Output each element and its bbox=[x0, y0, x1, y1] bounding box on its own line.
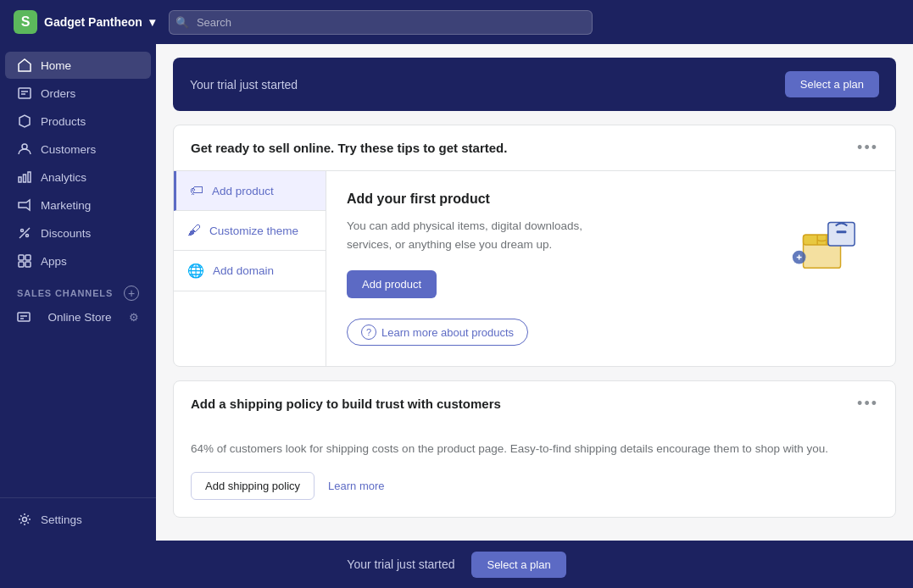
tip-nav-add-domain[interactable]: 🌐 Add domain bbox=[174, 251, 326, 291]
sidebar-nav: Home Orders Products bbox=[0, 44, 156, 336]
sidebar-item-apps-label: Apps bbox=[41, 255, 67, 268]
sidebar-item-online-store[interactable]: Online Store ⚙ bbox=[5, 305, 151, 329]
sidebar-item-home[interactable]: Home bbox=[5, 52, 151, 79]
svg-rect-7 bbox=[19, 255, 24, 260]
bottom-select-plan-button[interactable]: Select a plan bbox=[471, 552, 565, 578]
tips-illustration bbox=[773, 191, 875, 295]
add-sales-channel-button[interactable]: + bbox=[124, 286, 139, 301]
trial-banner-text: Your trial just started bbox=[190, 78, 298, 92]
orders-icon bbox=[17, 86, 32, 101]
svg-rect-15 bbox=[828, 223, 855, 246]
search-icon: 🔍 bbox=[175, 16, 189, 29]
bottom-trial-text: Your trial just started bbox=[347, 557, 454, 571]
shipping-actions: Add shipping policy Learn more bbox=[191, 472, 878, 500]
home-icon bbox=[17, 58, 32, 73]
sidebar-item-products[interactable]: Products bbox=[5, 108, 151, 135]
sidebar-item-apps[interactable]: Apps bbox=[5, 247, 151, 275]
customers-icon bbox=[17, 141, 32, 157]
tips-layout: 🏷 Add product 🖌 Customize theme 🌐 Add do… bbox=[174, 170, 895, 366]
apps-icon bbox=[17, 253, 32, 269]
marketing-icon bbox=[17, 197, 32, 213]
sidebar-item-analytics[interactable]: Analytics bbox=[5, 164, 151, 191]
svg-rect-0 bbox=[19, 88, 31, 98]
add-product-button[interactable]: Add product bbox=[347, 270, 437, 298]
learn-more-products-link[interactable]: ? Learn more about products bbox=[347, 319, 528, 346]
svg-point-1 bbox=[22, 144, 27, 149]
search-container: 🔍 bbox=[169, 10, 593, 35]
tips-nav: 🏷 Add product 🖌 Customize theme 🌐 Add do… bbox=[174, 171, 326, 366]
shipping-card-title: Add a shipping policy to build trust wit… bbox=[191, 397, 501, 411]
shipping-card-body: 64% of customers look for shipping costs… bbox=[174, 426, 895, 517]
svg-rect-11 bbox=[18, 313, 30, 321]
settings-icon bbox=[17, 512, 32, 527]
sidebar-item-discounts-label: Discounts bbox=[41, 227, 91, 240]
sidebar-item-discounts[interactable]: Discounts bbox=[5, 219, 151, 247]
svg-point-5 bbox=[21, 230, 24, 232]
sidebar-item-analytics-label: Analytics bbox=[41, 171, 86, 184]
sidebar-item-customers-label: Customers bbox=[41, 143, 96, 156]
brand-chevron: ▾ bbox=[149, 15, 155, 29]
tip-nav-add-product-label: Add product bbox=[212, 185, 274, 197]
trial-banner: Your trial just started Select a plan bbox=[173, 58, 896, 111]
svg-rect-9 bbox=[19, 262, 24, 267]
svg-rect-3 bbox=[24, 175, 26, 182]
sidebar-item-orders[interactable]: Orders bbox=[5, 80, 151, 107]
shipping-learn-more-link[interactable]: Learn more bbox=[328, 480, 384, 492]
sidebar-item-products-label: Products bbox=[41, 115, 86, 128]
brand-name: Gadget Pantheon bbox=[44, 15, 142, 29]
sidebar-item-customers[interactable]: Customers bbox=[5, 136, 151, 163]
learn-more-products-icon: ? bbox=[361, 325, 376, 340]
brush-icon: 🖌 bbox=[187, 223, 201, 238]
online-store-settings-icon[interactable]: ⚙ bbox=[129, 311, 139, 324]
top-navigation: S Gadget Pantheon ▾ 🔍 bbox=[0, 0, 913, 44]
shipping-card-dots-button[interactable]: ••• bbox=[857, 395, 878, 413]
tip-nav-customize-theme[interactable]: 🖌 Customize theme bbox=[174, 211, 326, 251]
online-store-icon bbox=[17, 310, 31, 324]
tag-icon: 🏷 bbox=[190, 183, 203, 198]
sidebar-settings: Settings bbox=[0, 497, 156, 534]
svg-rect-2 bbox=[19, 177, 21, 182]
tip-nav-add-product[interactable]: 🏷 Add product bbox=[174, 171, 326, 211]
globe-icon: 🌐 bbox=[187, 263, 204, 279]
sidebar-item-marketing-label: Marketing bbox=[41, 199, 91, 212]
tips-card: Get ready to sell online. Try these tips… bbox=[173, 125, 896, 367]
tip-nav-customize-theme-label: Customize theme bbox=[209, 225, 298, 237]
sidebar-item-marketing[interactable]: Marketing bbox=[5, 191, 151, 219]
sidebar-item-orders-label: Orders bbox=[41, 87, 75, 100]
svg-rect-8 bbox=[25, 255, 31, 260]
settings-label: Settings bbox=[41, 513, 82, 526]
svg-rect-10 bbox=[25, 262, 31, 267]
sidebar-item-settings[interactable]: Settings bbox=[5, 506, 151, 533]
bottom-trial-bar: Your trial just started Select a plan bbox=[0, 541, 913, 588]
tip-content-desc: You can add physical items, digital down… bbox=[347, 217, 618, 253]
sales-channels-title: Sales Channels bbox=[17, 288, 113, 298]
svg-rect-16 bbox=[837, 230, 847, 233]
learn-more-products-label: Learn more about products bbox=[381, 326, 514, 339]
shopify-logo: S bbox=[14, 10, 37, 34]
tips-card-title: Get ready to sell online. Try these tips… bbox=[191, 141, 507, 155]
online-store-label: Online Store bbox=[47, 311, 111, 324]
search-input[interactable] bbox=[169, 10, 593, 35]
tips-content-area: Add your first product You can add physi… bbox=[326, 171, 895, 366]
brand-switcher[interactable]: S Gadget Pantheon ▾ bbox=[14, 10, 155, 34]
discounts-icon bbox=[17, 225, 32, 241]
tip-content-title: Add your first product bbox=[347, 191, 618, 207]
main-layout: Home Orders Products bbox=[0, 44, 913, 541]
sales-channels-header: Sales Channels + bbox=[5, 275, 151, 304]
shipping-card-description: 64% of customers look for shipping costs… bbox=[191, 440, 878, 458]
tips-card-header: Get ready to sell online. Try these tips… bbox=[174, 125, 895, 170]
add-shipping-policy-button[interactable]: Add shipping policy bbox=[191, 472, 315, 500]
shipping-card-header: Add a shipping policy to build trust wit… bbox=[174, 381, 895, 426]
sidebar: Home Orders Products bbox=[0, 44, 156, 541]
tips-card-dots-button[interactable]: ••• bbox=[857, 139, 878, 157]
svg-rect-4 bbox=[28, 172, 31, 182]
svg-point-6 bbox=[26, 235, 29, 237]
main-content: Your trial just started Select a plan Ge… bbox=[156, 44, 913, 541]
svg-point-12 bbox=[23, 518, 27, 522]
tip-nav-add-domain-label: Add domain bbox=[213, 264, 274, 277]
shipping-card: Add a shipping policy to build trust wit… bbox=[173, 380, 896, 518]
sidebar-item-home-label: Home bbox=[41, 59, 71, 72]
analytics-icon bbox=[17, 169, 32, 185]
products-icon bbox=[17, 114, 32, 129]
select-plan-button[interactable]: Select a plan bbox=[785, 71, 879, 97]
